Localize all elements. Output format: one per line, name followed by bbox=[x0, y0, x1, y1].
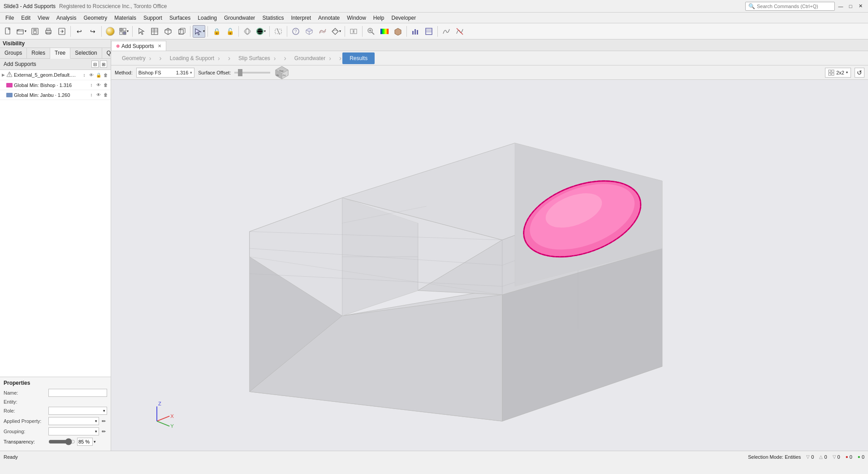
menu-surfaces[interactable]: Surfaces bbox=[166, 14, 194, 22]
transparency-arrow: ▾ bbox=[94, 439, 96, 444]
search-bar[interactable]: 🔍 bbox=[745, 2, 835, 11]
method-dropdown-icon[interactable]: ▾ bbox=[190, 70, 192, 75]
surface-button[interactable] bbox=[316, 25, 329, 38]
tree-item[interactable]: ▶ Global Min: Bishop · 1.316 ↕ 👁 🗑 bbox=[0, 80, 111, 90]
workflow-slip[interactable]: Slip Surfaces bbox=[231, 52, 283, 65]
table-button[interactable] bbox=[148, 25, 161, 38]
menu-edit[interactable]: Edit bbox=[17, 14, 34, 22]
move-up-icon[interactable]: ↕ bbox=[81, 72, 87, 78]
tree-item[interactable]: ▶ External_5_geom.Default.Mesh ↕ 👁 🔒 🗑 bbox=[0, 70, 111, 80]
menu-interpret[interactable]: Interpret bbox=[287, 14, 315, 22]
tab-tree[interactable]: Tree bbox=[50, 48, 70, 59]
company-info: Registered to Rocscience Inc., Toronto O… bbox=[59, 3, 167, 9]
print-button[interactable] bbox=[42, 25, 55, 38]
view-cube-button[interactable]: Top Frt Rt bbox=[274, 65, 290, 81]
iso-button[interactable] bbox=[303, 25, 315, 38]
table2-button[interactable] bbox=[423, 25, 435, 38]
export-button[interactable] bbox=[56, 25, 68, 38]
method-select-box[interactable]: Bishop FS 1.316 ▾ bbox=[136, 68, 195, 78]
menu-groundwater[interactable]: Groundwater bbox=[220, 14, 259, 22]
undo-button[interactable]: ↩ bbox=[73, 25, 86, 38]
svg-rect-33 bbox=[350, 29, 353, 34]
maximize-button[interactable]: □ bbox=[846, 2, 855, 10]
mesh-button[interactable] bbox=[241, 25, 254, 38]
move-up-icon[interactable]: ↕ bbox=[88, 82, 95, 88]
tab-close-button[interactable]: ✕ bbox=[158, 43, 161, 48]
expand-all-button[interactable]: ⊞ bbox=[100, 61, 107, 68]
prop-name-input[interactable] bbox=[48, 389, 107, 397]
menu-file[interactable]: File bbox=[2, 14, 17, 22]
colorbar-button[interactable] bbox=[378, 25, 391, 38]
tree-item[interactable]: ▶ Global Min: Janbu · 1.260 ↕ 👁 🗑 bbox=[0, 90, 111, 100]
rock-icon-button[interactable] bbox=[392, 25, 404, 38]
menu-analysis[interactable]: Analysis bbox=[53, 14, 80, 22]
menu-geometry[interactable]: Geometry bbox=[80, 14, 111, 22]
clip-button[interactable] bbox=[272, 25, 285, 38]
material-dropdown[interactable]: ▾ bbox=[255, 25, 267, 38]
workflow-groundwater[interactable]: Groundwater bbox=[287, 52, 338, 65]
delete-icon[interactable]: 🗑 bbox=[103, 72, 109, 78]
tab-roles[interactable]: Roles bbox=[27, 48, 50, 58]
new-button[interactable] bbox=[2, 25, 14, 38]
move-button[interactable]: ▾ bbox=[193, 25, 205, 38]
lock-button[interactable]: 🔒 bbox=[210, 25, 223, 38]
workflow-geometry[interactable]: Geometry bbox=[115, 52, 158, 65]
menu-developer[interactable]: Developer bbox=[388, 14, 420, 22]
select-button[interactable] bbox=[135, 25, 147, 38]
curve-button[interactable] bbox=[440, 25, 453, 38]
menu-support[interactable]: Support bbox=[140, 14, 166, 22]
view-button[interactable]: 2x2 ▾ bbox=[825, 68, 851, 78]
search-input[interactable] bbox=[757, 4, 824, 9]
query-button[interactable]: ? bbox=[289, 25, 302, 38]
workflow-loading[interactable]: Loading & Support bbox=[163, 52, 227, 65]
delete-icon[interactable]: 🗑 bbox=[103, 92, 109, 98]
visibility-eye-icon[interactable]: 👁 bbox=[95, 82, 102, 88]
minimize-button[interactable]: — bbox=[837, 2, 845, 10]
chart-button[interactable] bbox=[409, 25, 422, 38]
refresh-button[interactable]: ↺ bbox=[855, 68, 864, 78]
close-curve-button[interactable] bbox=[453, 25, 466, 38]
status-value-2: 0 bbox=[824, 454, 827, 460]
visibility-eye-icon[interactable]: 👁 bbox=[88, 72, 95, 78]
down-triangle2-icon: ▽ bbox=[833, 454, 836, 459]
menu-loading[interactable]: Loading bbox=[194, 14, 220, 22]
collapse-all-button[interactable]: ⊟ bbox=[91, 61, 99, 68]
svg-rect-58 bbox=[829, 70, 831, 72]
method-left: Method: Bishop FS 1.316 ▾ Surface Offset… bbox=[115, 65, 290, 81]
viewport[interactable]: FS: 1.316 bbox=[111, 80, 868, 451]
menu-annotate[interactable]: Annotate bbox=[315, 14, 343, 22]
menu-materials[interactable]: Materials bbox=[111, 14, 140, 22]
visibility-eye-icon[interactable]: 👁 bbox=[95, 92, 102, 98]
delete-icon[interactable]: 🗑 bbox=[103, 82, 109, 88]
lock-icon[interactable]: 🔒 bbox=[95, 72, 102, 78]
color-sphere-button[interactable] bbox=[104, 25, 117, 38]
menu-help[interactable]: Help bbox=[370, 14, 388, 22]
save-button[interactable] bbox=[29, 25, 41, 38]
tab-selection[interactable]: Selection bbox=[70, 48, 102, 58]
prop-role-select[interactable]: ▾ bbox=[48, 407, 107, 415]
open-dropdown-button[interactable]: ▾ bbox=[15, 25, 28, 38]
applied-edit-button[interactable]: ✏ bbox=[100, 417, 107, 425]
tab-groups[interactable]: Groups bbox=[0, 48, 27, 58]
transparency-value-input[interactable] bbox=[77, 438, 93, 446]
box2-button[interactable]: ▾ bbox=[330, 25, 342, 38]
move-up-icon[interactable]: ↕ bbox=[88, 92, 95, 98]
menu-window[interactable]: Window bbox=[343, 14, 370, 22]
unlock-button[interactable]: 🔓 bbox=[224, 25, 236, 38]
3d-cube-button[interactable] bbox=[162, 25, 174, 38]
menu-view[interactable]: View bbox=[34, 14, 53, 22]
grouping-edit-button[interactable]: ✏ bbox=[100, 428, 107, 435]
view-mode-dropdown[interactable]: ▾ bbox=[117, 25, 130, 38]
transparency-slider[interactable] bbox=[48, 439, 75, 444]
prop-applied-select[interactable]: ▾ bbox=[48, 417, 99, 425]
menu-statistics[interactable]: Statistics bbox=[259, 14, 287, 22]
workflow-results[interactable]: Results bbox=[342, 52, 375, 64]
close-button[interactable]: ✕ bbox=[856, 2, 864, 10]
add-supports-tab[interactable]: ⊕ Add Supports ✕ bbox=[111, 41, 166, 51]
view3d-button[interactable] bbox=[347, 25, 360, 38]
surface-offset-thumb[interactable] bbox=[238, 69, 242, 76]
3d-box-button[interactable] bbox=[175, 25, 188, 38]
redo-button[interactable]: ↪ bbox=[86, 25, 99, 38]
zoom-button[interactable] bbox=[365, 25, 377, 38]
prop-grouping-select[interactable]: ▾ bbox=[48, 427, 99, 435]
